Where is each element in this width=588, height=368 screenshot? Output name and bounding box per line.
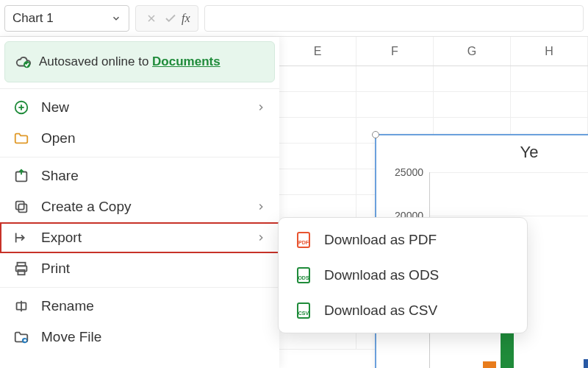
- chevron-down-icon: [111, 13, 121, 24]
- folder-move-icon: [13, 329, 29, 345]
- autosave-text: Autosaved online to Documents: [39, 54, 220, 69]
- submenu-label: Download as CSV: [324, 302, 437, 319]
- col-header[interactable]: E: [279, 37, 356, 66]
- menu-item-export[interactable]: Export: [0, 222, 279, 253]
- col-header[interactable]: G: [434, 37, 511, 66]
- svg-text:PDF: PDF: [298, 240, 309, 245]
- cancel-icon[interactable]: [143, 10, 159, 26]
- copy-icon: [13, 199, 29, 215]
- file-ods-icon: ODS: [295, 266, 312, 284]
- menu-item-print[interactable]: Print: [0, 253, 279, 284]
- menu-item-rename[interactable]: Rename: [0, 291, 279, 322]
- resize-handle[interactable]: [372, 131, 379, 138]
- name-box[interactable]: Chart 1: [4, 5, 129, 32]
- formula-bar: Chart 1 fx: [0, 0, 588, 37]
- autosave-link[interactable]: Documents: [152, 54, 220, 68]
- svg-text:CSV: CSV: [298, 311, 309, 316]
- svg-rect-7: [18, 204, 26, 212]
- file-menu: Autosaved online to Documents New Open S…: [0, 37, 279, 368]
- chart-title: Ye: [376, 135, 588, 162]
- file-pdf-icon: PDF: [295, 231, 312, 249]
- rename-icon: [13, 298, 29, 314]
- y-tick: 25000: [395, 166, 423, 178]
- printer-icon: [13, 261, 29, 277]
- autosave-banner: Autosaved online to Documents: [4, 41, 275, 82]
- accept-icon[interactable]: [162, 10, 179, 26]
- formula-tools: fx: [135, 5, 198, 32]
- chevron-right-icon: [256, 102, 266, 113]
- menu-item-new[interactable]: New: [0, 92, 279, 123]
- svg-text:ODS: ODS: [298, 275, 309, 280]
- col-header[interactable]: H: [511, 37, 588, 66]
- bar: [483, 361, 496, 368]
- menu-label: Open: [41, 130, 266, 146]
- cloud-check-icon: [15, 54, 32, 70]
- export-icon: [13, 230, 29, 246]
- fx-icon[interactable]: fx: [182, 12, 190, 25]
- menu-label: Create a Copy: [41, 199, 244, 215]
- export-csv[interactable]: CSV Download as CSV: [279, 293, 527, 328]
- formula-input[interactable]: [204, 5, 584, 32]
- export-ods[interactable]: ODS Download as ODS: [279, 258, 527, 293]
- submenu-label: Download as ODS: [324, 267, 439, 283]
- bar: [584, 359, 588, 368]
- name-box-value: Chart 1: [12, 11, 54, 26]
- file-csv-icon: CSV: [295, 302, 312, 319]
- folder-icon: [13, 130, 29, 146]
- export-submenu: PDF Download as PDF ODS Download as ODS …: [278, 217, 528, 333]
- chevron-right-icon: [256, 233, 266, 243]
- menu-item-open[interactable]: Open: [0, 123, 279, 154]
- svg-rect-8: [16, 202, 24, 210]
- column-headers: E F G H: [279, 37, 588, 66]
- menu-label: Share: [41, 168, 266, 184]
- menu-item-create-copy[interactable]: Create a Copy: [0, 191, 279, 222]
- menu-item-move[interactable]: Move File: [0, 322, 279, 353]
- menu-label: Print: [41, 261, 266, 277]
- submenu-label: Download as PDF: [324, 232, 437, 248]
- plus-circle-icon: [13, 99, 29, 116]
- menu-item-share[interactable]: Share: [0, 160, 279, 191]
- menu-label: New: [41, 99, 244, 116]
- share-icon: [13, 168, 29, 184]
- col-header[interactable]: F: [356, 37, 434, 66]
- export-pdf[interactable]: PDF Download as PDF: [279, 222, 527, 258]
- menu-label: Move File: [41, 329, 266, 345]
- bar-group: [584, 198, 588, 368]
- menu-label: Export: [41, 230, 244, 246]
- menu-label: Rename: [41, 298, 266, 314]
- chevron-right-icon: [256, 202, 266, 212]
